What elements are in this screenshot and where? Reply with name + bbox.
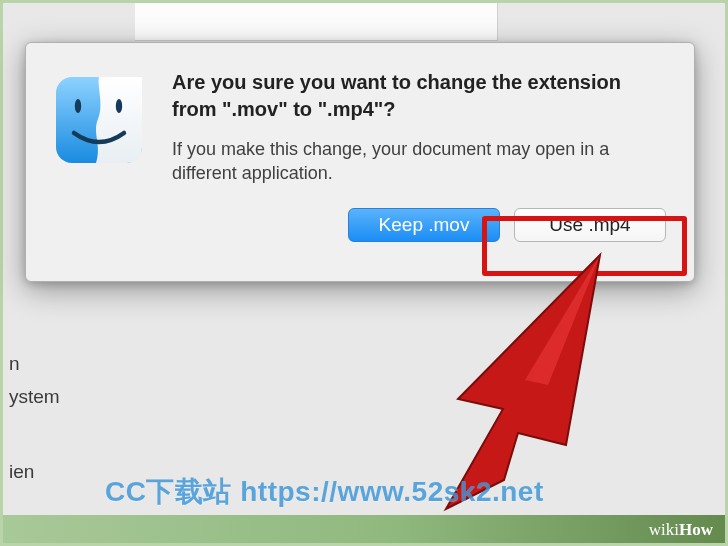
confirm-dialog: Are you sure you want to change the exte…: [25, 42, 695, 282]
svg-point-2: [116, 99, 122, 113]
background-inner: [135, 3, 498, 41]
sidebar-fragment-2: ystem: [9, 386, 60, 408]
sidebar-fragment-1: n: [9, 353, 20, 375]
dialog-content: Are you sure you want to change the exte…: [172, 69, 666, 259]
brand-text: wikiHow: [649, 520, 713, 540]
brand-bar: wikiHow: [3, 515, 725, 543]
sidebar-fragment-3: ien: [9, 461, 34, 483]
dialog-title: Are you sure you want to change the exte…: [172, 69, 666, 123]
keep-extension-button[interactable]: Keep .mov: [348, 208, 500, 242]
watermark-text: CC下载站 https://www.52sk2.net: [105, 473, 544, 511]
finder-icon: [54, 75, 144, 165]
dialog-message: If you make this change, your document m…: [172, 137, 666, 186]
dialog-button-row: Keep .mov Use .mp4: [172, 208, 666, 242]
use-extension-button[interactable]: Use .mp4: [514, 208, 666, 242]
svg-point-1: [75, 99, 81, 113]
